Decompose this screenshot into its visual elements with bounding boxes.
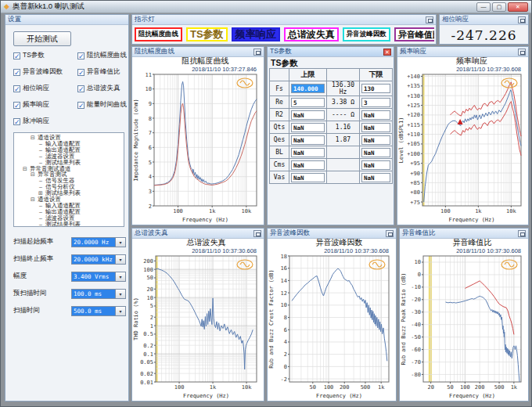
collapse-icon[interactable]: ⊟	[30, 196, 36, 203]
start-test-button[interactable]: 开始测试	[13, 31, 71, 46]
svg-text:Frequency (Hz): Frequency (Hz)	[316, 393, 362, 399]
ts-upper-limit-input[interactable]: 140.000	[291, 84, 325, 93]
checkbox-item-1[interactable]: ✓阻抗幅度曲线	[77, 51, 127, 60]
svg-text:2: 2	[284, 351, 287, 358]
ts-param-name: R2	[270, 109, 289, 121]
restore-icon[interactable]	[253, 49, 261, 56]
checkbox-item-4[interactable]: ✓相位响应	[13, 84, 76, 93]
restore-icon[interactable]	[426, 16, 433, 23]
ts-row-Vas: VasNaNNaN	[270, 171, 393, 184]
ts-row-Re: Re53.38 Ω3	[270, 96, 393, 109]
svg-text:200: 200	[143, 258, 153, 265]
ts-upper-limit-input[interactable]: NaN	[291, 160, 325, 170]
chevron-down-icon[interactable]: ▾	[115, 306, 126, 316]
ts-lower-limit-input[interactable]: 130	[361, 84, 390, 93]
checkbox-item-0[interactable]: ✓TS参数	[13, 51, 76, 60]
chevron-down-icon[interactable]: ▾	[115, 272, 126, 282]
svg-text:200: 200	[340, 384, 350, 391]
svg-text:7: 7	[149, 130, 152, 136]
settings-panel: 设置 开始测试 ✓TS参数✓阻抗幅度曲线✓异音波峰因数✓异音峰值比✓相位响应✓总…	[5, 14, 129, 402]
svg-text:0.5: 0.5	[143, 331, 153, 337]
impedance-chart: 2345678910111001k10k阻抗幅度曲线2018/11/10 10:…	[132, 57, 263, 223]
svg-text:异音峰值比: 异音峰值比	[453, 239, 492, 247]
collapse-icon[interactable]: ⊟	[30, 135, 36, 141]
chevron-down-icon[interactable]: ▾	[115, 254, 126, 265]
ts-lower-limit-input[interactable]: NaN	[361, 123, 390, 132]
checkbox-item-2[interactable]: ✓异音波峰因数	[13, 67, 76, 77]
svg-text:3: 3	[149, 189, 152, 195]
checkbox-item-7[interactable]: ✓能量时间曲线	[77, 100, 127, 110]
field-label: 扫描时间	[13, 306, 71, 315]
frequency-response-panel: 频率响应 +75+80+85+90+95+100+105+110+115+120…	[397, 46, 529, 225]
checkbox-grid: ✓TS参数✓阻抗幅度曲线✓异音波峰因数✓异音峰值比✓相位响应✓总谐波失真✓频率响…	[13, 51, 127, 126]
svg-text:20: 20	[427, 384, 433, 391]
svg-text:5: 5	[150, 303, 153, 309]
svg-text:4: 4	[149, 174, 152, 180]
ts-lower-limit-input[interactable]: NaN	[361, 135, 390, 145]
svg-text:14: 14	[281, 278, 287, 284]
minimize-icon[interactable]: —	[476, 2, 491, 12]
svg-text:1k: 1k	[378, 384, 385, 391]
checkbox-item-8[interactable]: ✓脉冲响应	[13, 117, 76, 126]
checkbox-item-3[interactable]: ✓异音峰值比	[77, 67, 127, 77]
ts-header-cell: 上限	[289, 69, 327, 81]
svg-text:0.05: 0.05	[140, 359, 153, 366]
field-value-input[interactable]: 500.0 ms	[71, 306, 115, 316]
ts-upper-limit-input[interactable]: NaN	[291, 148, 325, 157]
ts-upper-limit-input[interactable]: NaN	[291, 173, 325, 182]
field-label: 幅度	[13, 272, 71, 281]
svg-text:8: 8	[284, 315, 287, 321]
tree-item-14[interactable]: –测试结果列表	[14, 222, 124, 227]
ts-row-BL: BLNaNNaN	[270, 146, 393, 159]
chevron-down-icon[interactable]: ▾	[115, 237, 126, 247]
ts-param-name: Fs	[270, 81, 289, 96]
tree-branch-icon: –	[38, 203, 44, 209]
ts-lower-limit-input[interactable]: NaN	[361, 160, 390, 170]
restore-icon[interactable]	[518, 16, 526, 23]
checkbox-icon: ✓	[13, 102, 20, 109]
ts-upper-limit-input[interactable]: NaN	[291, 123, 325, 132]
tree-branch-icon: –	[38, 215, 44, 222]
ts-lower-limit-input[interactable]: NaN	[361, 148, 390, 157]
svg-text:异音波峰因数: 异音波峰因数	[316, 239, 363, 247]
field-value-input[interactable]: 3.400 Vrms	[71, 272, 115, 282]
maximize-icon[interactable]: ▢	[492, 2, 506, 12]
tree-branch-icon: –	[38, 153, 44, 160]
ts-lower-limit-input[interactable]: NaN	[361, 173, 390, 182]
collapse-icon[interactable]: ⊟	[22, 166, 28, 172]
tree-branch-icon: –	[38, 147, 44, 153]
svg-text:-10: -10	[411, 284, 421, 290]
panel-close-icon[interactable]: ✕	[383, 49, 391, 56]
ts-lower-limit-input[interactable]: NaN	[361, 110, 390, 120]
close-icon[interactable]: ✕	[508, 2, 528, 12]
restore-icon[interactable]	[253, 230, 261, 237]
checkbox-item-5[interactable]: ✓总谐波失真	[77, 84, 127, 93]
restore-icon[interactable]	[518, 49, 526, 56]
thd-panel-title: 总谐波失真	[135, 229, 168, 238]
checkbox-label: 频率响应	[23, 100, 49, 110]
svg-text:Level (dBSPL1): Level (dBSPL1)	[398, 117, 404, 163]
checkbox-item-6[interactable]: ✓频率响应	[13, 100, 76, 110]
ts-upper-limit-input[interactable]: 5	[291, 98, 325, 107]
settings-caption: 设置	[5, 15, 128, 25]
field-value-input[interactable]: 100.0 ms	[71, 289, 115, 299]
ts-upper-limit-input[interactable]: NaN	[291, 110, 325, 120]
ts-upper-limit-input[interactable]: NaN	[291, 135, 325, 145]
indicator-lamp-2: 频率响应	[232, 27, 280, 41]
chevron-down-icon[interactable]: ▾	[115, 289, 126, 299]
svg-text:100: 100	[174, 384, 185, 391]
tree-item-5[interactable]: ⊟异常音测试通道	[14, 166, 124, 172]
collapse-icon[interactable]: ⊟	[30, 171, 36, 178]
svg-text:1k: 1k	[511, 384, 518, 391]
ts-panel-title: TS参数	[270, 47, 292, 56]
crest-factor-chart: -2024681012141618501002005001k异音波峰因数2018…	[268, 239, 395, 399]
restore-icon[interactable]	[386, 230, 394, 237]
restore-icon[interactable]	[518, 230, 526, 237]
ts-header-cell	[327, 69, 360, 81]
field-value-input[interactable]: 20.0000 Hz	[71, 237, 115, 247]
svg-text:-70: -70	[411, 359, 421, 366]
ts-lower-limit-input[interactable]: 3	[361, 98, 390, 107]
field-value-input[interactable]: 20.0000 kHz	[71, 254, 115, 265]
tree-item-9[interactable]: ⊞测试结果列表	[14, 190, 124, 196]
ts-panel-caption: TS参数 ✕	[268, 47, 394, 57]
